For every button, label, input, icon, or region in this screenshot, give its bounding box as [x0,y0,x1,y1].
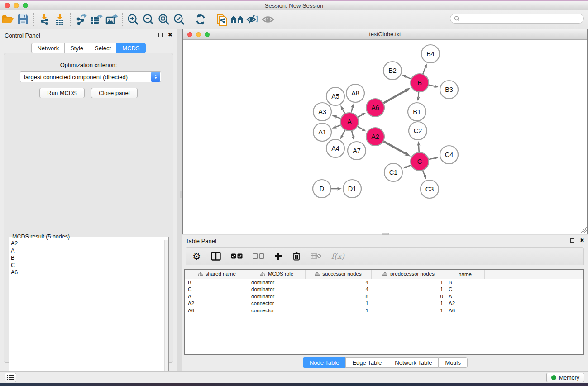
table-cell[interactable]: 4 [305,286,371,293]
graph-node-C1[interactable]: C1 [384,163,402,181]
col-name[interactable]: name [446,270,484,279]
window-resize-grip[interactable] [580,227,587,233]
col-mcds-role[interactable]: MCDS role [249,270,305,279]
float-panel-icon[interactable] [158,33,163,37]
graph-node-B4[interactable]: B4 [421,45,440,63]
table-cell[interactable]: 8 [305,293,371,300]
open-folder-icon[interactable] [0,12,15,27]
tab-mcds[interactable]: MCDS [116,43,145,53]
graph-edge-A-A4[interactable] [342,130,345,136]
graph-edge-A2-C[interactable] [383,141,406,154]
graph-edge-B-B4[interactable] [423,67,425,74]
refresh-icon[interactable] [193,12,208,27]
graph-edge-A-A5[interactable] [342,109,344,114]
function-builder-fx-icon[interactable]: f(x) [331,252,344,261]
delete-table-icon[interactable] [311,253,321,259]
graph-node-A6[interactable]: A6 [366,99,384,117]
import-table-icon[interactable] [52,12,67,27]
table-cell[interactable]: 1 [371,279,446,286]
mcds-result-item[interactable]: A [9,247,168,254]
add-column-icon[interactable] [274,252,282,260]
table-row[interactable]: A6connector11A6 [185,307,583,314]
export-network-icon[interactable] [73,12,89,27]
table-row[interactable]: Bdominator41B [185,279,583,286]
graph-edge-B-B3[interactable] [429,85,435,86]
graph-edge-B-B1[interactable] [418,92,419,97]
delete-column-trash-icon[interactable] [292,252,301,261]
zoom-fit-icon[interactable] [156,12,172,27]
mcds-result-list[interactable]: A2ABCA6 [9,240,168,386]
close-panel-icon[interactable]: ✖ [168,32,172,38]
network-canvas[interactable]: B4B2BB3A8A5A6A3B1AA1C2A2A4A7CC4C1C3DD1 [183,40,587,234]
node-table[interactable]: shared name MCDS role successor nodes pr… [184,269,584,355]
tab-select[interactable]: Select [89,43,116,53]
col-successor-nodes[interactable]: successor nodes [305,270,371,279]
tab-network-table[interactable]: Network Table [388,357,438,368]
tab-edge-table[interactable]: Edge Table [345,357,388,368]
table-cell[interactable]: 1 [371,307,446,314]
search-input[interactable] [460,15,583,22]
table-cell[interactable]: A2 [185,300,249,307]
table-cell[interactable]: connector [249,307,305,314]
graph-edge-A-A7[interactable] [352,131,353,137]
column-view-icon[interactable] [211,252,221,261]
table-cell[interactable]: dominator [249,293,305,300]
col-shared-name[interactable]: shared name [185,270,249,279]
select-all-checked-icon[interactable] [231,253,243,259]
table-cell[interactable]: 0 [371,293,446,300]
close-table-panel-icon[interactable]: ✖ [580,238,584,243]
table-settings-gear-icon[interactable]: ⚙ [192,252,201,261]
table-cell[interactable]: A [446,293,484,300]
graph-edge-C-C2[interactable] [419,145,419,152]
graph-edge-C-C4[interactable] [429,158,435,159]
graph-node-A3[interactable]: A3 [313,103,331,121]
houses-icon[interactable] [229,12,245,27]
graph-node-B2[interactable]: B2 [383,62,402,80]
tab-style[interactable]: Style [64,43,89,53]
table-row[interactable]: Cdominator41C [185,286,583,293]
table-cell[interactable]: A2 [446,300,484,307]
table-cell[interactable]: 1 [305,300,371,307]
graph-edge-C-C3[interactable] [423,171,425,176]
graph-node-B1[interactable]: B1 [408,103,426,121]
table-cell[interactable]: B [446,279,484,286]
mcds-result-item[interactable]: A6 [9,269,168,276]
graph-edge-C-C1[interactable] [407,165,411,167]
export-table-icon[interactable] [89,12,104,27]
eye-icon[interactable] [260,12,276,27]
graph-node-A7[interactable]: A7 [348,142,366,160]
table-cell[interactable]: 4 [305,279,371,286]
mcds-result-item[interactable]: B [9,254,168,262]
graph-node-A4[interactable]: A4 [326,139,344,157]
mcds-result-item[interactable]: C [9,262,168,269]
vertical-splitter-handle[interactable] [180,191,182,198]
import-network-icon[interactable] [37,12,52,27]
export-image-icon[interactable] [104,12,120,27]
graph-edge-A-A3[interactable] [336,117,340,119]
result-scrollbar[interactable] [164,240,168,386]
memory-button[interactable]: Memory [546,373,584,382]
graph-edge-A6-B[interactable] [383,91,406,103]
save-session-icon[interactable] [15,12,31,27]
table-cell[interactable]: A [185,293,249,300]
clone-network-icon[interactable] [214,12,229,27]
table-row[interactable]: A2connector11A2 [185,300,583,307]
graph-node-A[interactable]: A [340,113,359,131]
horizontal-splitter-handle[interactable] [382,233,389,235]
table-cell[interactable]: dominator [249,286,305,293]
table-cell[interactable]: 1 [371,300,446,307]
table-cell[interactable]: C [185,286,249,293]
network-graph[interactable]: B4B2BB3A8A5A6A3B1AA1C2A2A4A7CC4C1C3DD1 [183,40,587,234]
graph-node-C4[interactable]: C4 [440,146,458,164]
mcds-result-item[interactable]: A2 [9,240,168,247]
graph-edge-A-A8[interactable] [351,107,352,112]
graph-node-C3[interactable]: C3 [421,180,439,198]
zoom-selected-icon[interactable] [172,12,187,27]
graph-node-A8[interactable]: A8 [346,84,364,102]
graph-node-A2[interactable]: A2 [366,128,384,146]
zoom-in-icon[interactable] [125,12,141,27]
graph-edge-A-A1[interactable] [336,125,341,127]
graph-edge-A-A2[interactable] [358,127,363,129]
table-cell[interactable]: C [446,286,484,293]
zoom-out-icon[interactable] [141,12,156,27]
